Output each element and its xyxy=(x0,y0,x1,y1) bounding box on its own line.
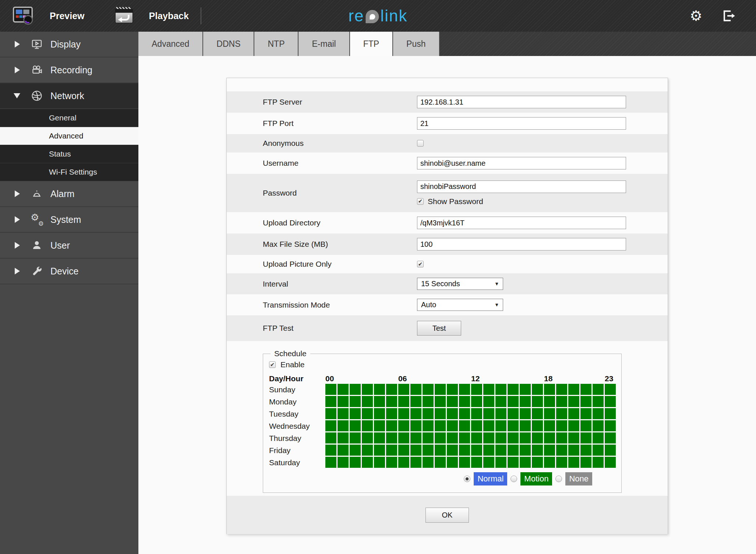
schedule-cell[interactable] xyxy=(374,396,385,407)
schedule-cell[interactable] xyxy=(483,408,494,419)
schedule-cell[interactable] xyxy=(605,457,616,468)
schedule-cell[interactable] xyxy=(350,457,361,468)
schedule-cell[interactable] xyxy=(423,445,434,456)
schedule-cell[interactable] xyxy=(386,445,397,456)
schedule-cell[interactable] xyxy=(593,432,604,443)
schedule-cell[interactable] xyxy=(423,384,434,395)
schedule-cell[interactable] xyxy=(483,384,494,395)
schedule-cell[interactable] xyxy=(410,420,421,431)
schedule-cell[interactable] xyxy=(362,432,373,443)
schedule-cell[interactable] xyxy=(325,420,336,431)
schedule-cell[interactable] xyxy=(338,396,349,407)
sidebar-subitem-status[interactable]: Status xyxy=(0,145,138,163)
schedule-cell[interactable] xyxy=(556,457,567,468)
sidebar-item-system[interactable]: ⚙⚙System xyxy=(0,207,138,233)
schedule-cell[interactable] xyxy=(350,432,361,443)
schedule-cell[interactable] xyxy=(568,396,579,407)
schedule-cell[interactable] xyxy=(508,396,519,407)
sidebar-item-alarm[interactable]: Alarm xyxy=(0,181,138,207)
schedule-cell[interactable] xyxy=(350,396,361,407)
schedule-cell[interactable] xyxy=(386,384,397,395)
schedule-cell[interactable] xyxy=(605,396,616,407)
upload-directory-input[interactable] xyxy=(417,217,626,229)
schedule-cell[interactable] xyxy=(459,420,470,431)
schedule-cell[interactable] xyxy=(556,408,567,419)
schedule-cell[interactable] xyxy=(593,384,604,395)
schedule-cell[interactable] xyxy=(325,457,336,468)
schedule-cell[interactable] xyxy=(568,432,579,443)
schedule-cell[interactable] xyxy=(386,457,397,468)
schedule-cell[interactable] xyxy=(398,432,409,443)
schedule-cell[interactable] xyxy=(580,408,591,419)
schedule-cell[interactable] xyxy=(556,384,567,395)
schedule-cell[interactable] xyxy=(398,420,409,431)
schedule-cell[interactable] xyxy=(435,457,446,468)
tab-push[interactable]: Push xyxy=(393,32,439,56)
schedule-cell[interactable] xyxy=(532,408,543,419)
schedule-cell[interactable] xyxy=(459,396,470,407)
schedule-cell[interactable] xyxy=(508,420,519,431)
schedule-cell[interactable] xyxy=(338,457,349,468)
schedule-cell[interactable] xyxy=(605,445,616,456)
schedule-cell[interactable] xyxy=(495,420,506,431)
schedule-cell[interactable] xyxy=(483,457,494,468)
schedule-cell[interactable] xyxy=(423,420,434,431)
sidebar-item-user[interactable]: User xyxy=(0,233,138,259)
username-input[interactable] xyxy=(417,157,626,169)
schedule-cell[interactable] xyxy=(508,445,519,456)
schedule-cell[interactable] xyxy=(605,384,616,395)
schedule-cell[interactable] xyxy=(447,420,458,431)
schedule-cell[interactable] xyxy=(325,408,336,419)
schedule-cell[interactable] xyxy=(423,432,434,443)
schedule-cell[interactable] xyxy=(350,445,361,456)
ok-button[interactable]: OK xyxy=(425,508,469,523)
schedule-cell[interactable] xyxy=(483,445,494,456)
sidebar-item-device[interactable]: Device xyxy=(0,259,138,284)
enable-checkbox[interactable]: ✔ xyxy=(269,361,276,368)
ftp-port-input[interactable] xyxy=(417,117,626,130)
schedule-cell[interactable] xyxy=(435,432,446,443)
tab-ddns[interactable]: DDNS xyxy=(203,32,254,56)
schedule-cell[interactable] xyxy=(495,408,506,419)
mode-radio-none[interactable] xyxy=(555,476,562,482)
schedule-cell[interactable] xyxy=(580,384,591,395)
settings-gear-icon[interactable]: ⚙ xyxy=(690,9,702,23)
schedule-cell[interactable] xyxy=(471,396,482,407)
schedule-cell[interactable] xyxy=(362,384,373,395)
schedule-cell[interactable] xyxy=(398,396,409,407)
schedule-cell[interactable] xyxy=(447,384,458,395)
schedule-cell[interactable] xyxy=(508,457,519,468)
schedule-cell[interactable] xyxy=(423,408,434,419)
schedule-cell[interactable] xyxy=(435,420,446,431)
schedule-cell[interactable] xyxy=(532,432,543,443)
schedule-cell[interactable] xyxy=(410,457,421,468)
schedule-cell[interactable] xyxy=(568,445,579,456)
schedule-cell[interactable] xyxy=(568,457,579,468)
schedule-cell[interactable] xyxy=(410,408,421,419)
schedule-cell[interactable] xyxy=(508,408,519,419)
schedule-cell[interactable] xyxy=(398,408,409,419)
schedule-cell[interactable] xyxy=(398,457,409,468)
schedule-cell[interactable] xyxy=(362,420,373,431)
schedule-cell[interactable] xyxy=(435,445,446,456)
nav-playback[interactable]: Playback xyxy=(114,7,189,25)
schedule-cell[interactable] xyxy=(386,396,397,407)
schedule-cell[interactable] xyxy=(338,420,349,431)
schedule-cell[interactable] xyxy=(520,420,531,431)
password-input[interactable] xyxy=(417,180,626,193)
schedule-cell[interactable] xyxy=(580,445,591,456)
schedule-cell[interactable] xyxy=(544,408,555,419)
schedule-cell[interactable] xyxy=(410,396,421,407)
schedule-cell[interactable] xyxy=(495,445,506,456)
sidebar-subitem-general[interactable]: General xyxy=(0,109,138,127)
schedule-cell[interactable] xyxy=(374,420,385,431)
schedule-cell[interactable] xyxy=(350,408,361,419)
schedule-cell[interactable] xyxy=(447,457,458,468)
schedule-cell[interactable] xyxy=(580,457,591,468)
schedule-cell[interactable] xyxy=(471,420,482,431)
schedule-cell[interactable] xyxy=(483,420,494,431)
schedule-cell[interactable] xyxy=(508,384,519,395)
schedule-cell[interactable] xyxy=(520,445,531,456)
schedule-cell[interactable] xyxy=(580,396,591,407)
tab-e-mail[interactable]: E-mail xyxy=(298,32,350,56)
